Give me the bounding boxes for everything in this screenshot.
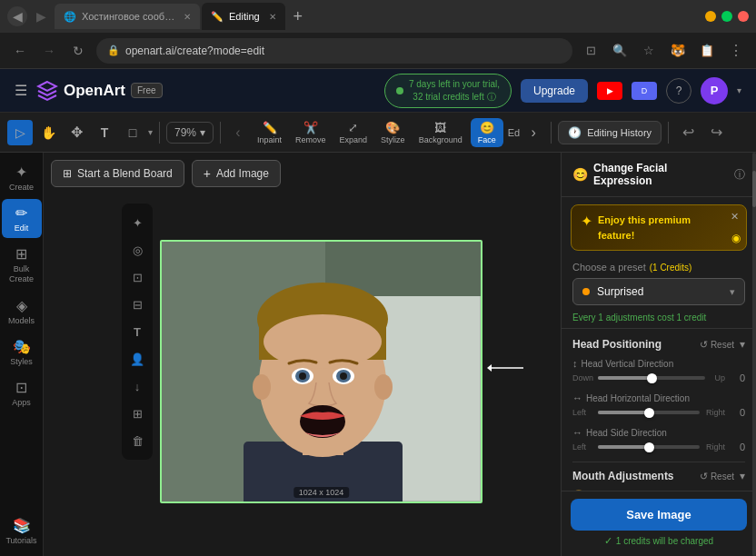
forward-button[interactable]: ▶ [31, 6, 51, 26]
tab-close-1[interactable]: ✕ [184, 12, 191, 22]
shape-tool-dropdown[interactable]: ▾ [148, 127, 153, 137]
mouth-expand-icon[interactable]: ▾ [740, 470, 745, 482]
left-sidebar: ✦ Create ✏ Edit ⊞ Bulk Create ◈ Models 🎭… [0, 153, 44, 556]
tool-strip-target[interactable]: ◎ [125, 238, 149, 262]
undo-button[interactable]: ↩ [675, 120, 701, 145]
nav-right-button[interactable]: › [522, 122, 544, 144]
user-avatar[interactable]: P [701, 77, 728, 104]
tool-strip-trash[interactable]: 🗑 [125, 429, 149, 452]
tool-strip-person[interactable]: 👤 [125, 347, 149, 371]
redo-button[interactable]: ↪ [703, 120, 729, 145]
head-reset-area: ↺ Reset ▾ [700, 338, 745, 351]
nav-left-button[interactable]: ‹ [227, 122, 249, 144]
tool-strip-download[interactable]: ↓ [125, 374, 149, 398]
tool-strip-magic[interactable]: ✦ [125, 211, 149, 234]
avatar-dropdown[interactable]: ▾ [737, 85, 741, 95]
mouth-reset-button[interactable]: ↺ Reset [700, 471, 734, 482]
discord-icon[interactable]: D [632, 82, 657, 100]
add-image-icon: + [204, 166, 211, 181]
sidebar-item-tutorials[interactable]: 📚 Tutorials [2, 511, 42, 551]
new-tab-button[interactable]: + [287, 5, 309, 27]
window-minimize[interactable] [705, 11, 716, 22]
browser-action-cast[interactable]: ⊡ [580, 40, 602, 62]
head-horizontal-label: ↔ Head Horizontal Direction [572, 392, 745, 403]
hand-tool[interactable]: ✋ [35, 120, 61, 145]
sidebar-item-bulk-create[interactable]: ⊞ Bulk Create [2, 240, 42, 290]
sidebar-item-apps[interactable]: ⊡ Apps [2, 373, 42, 412]
sidebar-item-styles[interactable]: 🎭 Styles [2, 333, 42, 372]
premium-close-button[interactable]: ✕ [731, 211, 739, 223]
background-tool[interactable]: 🖼 Background [413, 118, 468, 147]
toolbar-divider-4 [668, 122, 669, 144]
window-close[interactable] [738, 11, 749, 22]
address-bar[interactable]: 🔒 openart.ai/create?mode=edit [96, 38, 572, 64]
tool-strip-layers[interactable]: ⊟ [125, 293, 149, 316]
help-button[interactable]: ? [666, 78, 691, 104]
sidebar-item-create[interactable]: ✦ Create [2, 158, 42, 197]
remove-tool[interactable]: ✂️ Remove [290, 118, 332, 147]
browser-menu-button[interactable]: ⋮ [725, 40, 747, 62]
window-maximize[interactable] [721, 11, 732, 22]
browser-action-star[interactable]: ☆ [638, 40, 660, 62]
apps-label: Apps [12, 398, 31, 407]
panel-scrollbar[interactable] [752, 153, 756, 556]
right-panel: 😊 Change Facial Expression ⓘ ✦ Enjoy thi… [561, 153, 756, 556]
preset-label: Choose a preset (1 Credits) [572, 262, 745, 273]
sidebar-item-models[interactable]: ◈ Models [2, 292, 42, 331]
tab-label-2: Editing [229, 11, 260, 22]
head-positioning-header: Head Positioning ↺ Reset ▾ [572, 338, 745, 351]
head-vertical-slider[interactable] [598, 376, 705, 380]
tool-strip-grid[interactable]: ⊞ [125, 402, 149, 425]
head-expand-icon[interactable]: ▾ [740, 338, 745, 351]
svg-point-19 [374, 374, 393, 400]
tab-active[interactable]: ✏️ Editing ✕ [202, 3, 285, 30]
text-tool[interactable]: T [92, 120, 117, 145]
preset-section: Choose a preset (1 Credits) Surprised ▾ [562, 258, 756, 309]
horizontal-left-label: Left [572, 408, 594, 417]
head-positioning-title: Head Positioning [572, 338, 662, 351]
blend-board-button[interactable]: ⊞ Start a Blend Board [51, 160, 184, 187]
head-reset-button[interactable]: ↺ Reset [700, 339, 734, 351]
browser-action-search[interactable]: 🔍 [609, 40, 631, 62]
blend-label: Start a Blend Board [77, 167, 173, 180]
canvas-wrapper: ✦ ◎ ⊡ ⊟ T 👤 ↓ ⊞ 🗑 [51, 194, 553, 549]
select-tool[interactable]: ▷ [7, 120, 33, 145]
browser-chrome: ◀ ▶ 🌐 Хостинговое сообщество «Ti… ✕ ✏️ E… [0, 0, 756, 33]
save-image-button[interactable]: Save Image [571, 499, 747, 531]
upgrade-button[interactable]: Upgrade [521, 79, 588, 103]
editing-history-button[interactable]: 🕐 Editing History [558, 121, 662, 144]
head-vertical-slider-row: Down Up 0 [572, 372, 745, 383]
refresh-button[interactable]: ↻ [67, 40, 89, 62]
preset-select[interactable]: Surprised ▾ [572, 278, 745, 305]
zoom-control[interactable]: 79% ▾ [166, 122, 214, 144]
scrollbar-thumb[interactable] [752, 171, 756, 207]
forward-nav-button[interactable]: → [38, 40, 60, 62]
tool-strip-crop[interactable]: ⊡ [125, 265, 149, 289]
tab-inactive[interactable]: 🌐 Хостинговое сообщество «Ti… ✕ [55, 4, 200, 29]
mouth-reset-icon: ↺ [700, 471, 708, 482]
back-button[interactable]: ◀ [7, 6, 27, 26]
credit-check-icon: ✓ [604, 535, 612, 547]
shape-tool[interactable]: □ [120, 120, 145, 145]
inpaint-tool[interactable]: ✏️ Inpaint [252, 118, 287, 147]
face-tool[interactable]: 😊 Face [471, 118, 503, 147]
browser-action-ext2[interactable]: 📋 [696, 40, 718, 62]
head-horizontal-slider[interactable] [598, 411, 700, 414]
stylize-tool[interactable]: 🎨 Stylize [375, 118, 411, 147]
panel-info-icon[interactable]: ⓘ [734, 167, 745, 183]
youtube-icon[interactable]: ▶ [597, 82, 622, 100]
head-side-slider[interactable] [598, 445, 700, 449]
tool-strip-text[interactable]: T [125, 320, 149, 343]
canvas-area: ⊞ Start a Blend Board + Add Image ✦ ◎ ⊡ … [44, 153, 561, 556]
canvas-toolbar: ⊞ Start a Blend Board + Add Image [51, 160, 553, 187]
add-image-button[interactable]: + Add Image [192, 160, 281, 187]
sidebar-item-edit[interactable]: ✏ Edit [2, 199, 42, 238]
premium-action-icon[interactable]: ◉ [731, 232, 741, 244]
hamburger-menu[interactable]: ☰ [15, 82, 27, 99]
tab-close-2[interactable]: ✕ [269, 12, 276, 22]
preset-value: Surprised [597, 285, 722, 298]
back-nav-button[interactable]: ← [9, 40, 31, 62]
move-tool[interactable]: ✥ [64, 120, 89, 145]
browser-action-ext1[interactable]: 🐯 [667, 40, 689, 62]
expand-tool[interactable]: ⤢ Expand [334, 118, 373, 147]
